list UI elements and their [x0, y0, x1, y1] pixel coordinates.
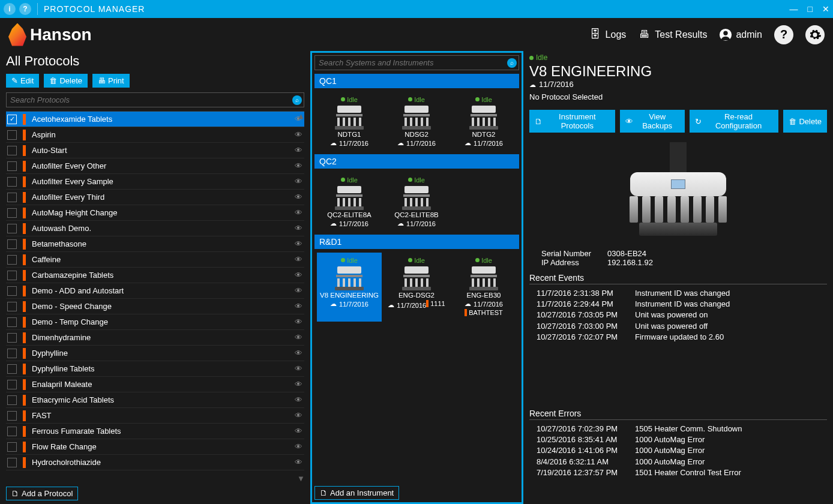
- info-icon[interactable]: i: [4, 3, 16, 15]
- delete-button[interactable]: 🗑 Delete: [44, 74, 88, 88]
- checkbox[interactable]: [7, 349, 17, 358]
- test-results-nav[interactable]: 🖶 Test Results: [638, 28, 707, 41]
- checkbox[interactable]: [7, 380, 17, 389]
- checkbox[interactable]: [7, 333, 17, 343]
- checkbox[interactable]: [7, 364, 17, 374]
- checkbox[interactable]: [7, 130, 17, 140]
- user-nav[interactable]: admin: [719, 28, 762, 41]
- checkbox[interactable]: [7, 442, 17, 452]
- protocol-row[interactable]: Dimenhydramine👁: [6, 330, 304, 346]
- protocol-row[interactable]: FAST👁: [6, 408, 304, 424]
- protocol-row[interactable]: Autowash Demo.👁: [6, 221, 304, 236]
- protocol-name: Caffeine: [32, 255, 293, 264]
- instrument-date: 11/7/2016: [465, 300, 503, 308]
- protocol-row[interactable]: AutoMag Height Change👁: [6, 205, 304, 221]
- protocol-row[interactable]: Enalapril Maleate👁: [6, 377, 304, 392]
- logs-nav[interactable]: 🗄 Logs: [589, 28, 627, 41]
- protocol-row[interactable]: Demo - Temp Change👁: [6, 314, 304, 330]
- instrument-name: ENG-EB30: [453, 292, 515, 299]
- scrollbar[interactable]: ▲▼: [297, 112, 304, 483]
- checkbox[interactable]: [7, 317, 17, 327]
- group-header[interactable]: QC2: [314, 154, 519, 169]
- maximize-icon[interactable]: □: [808, 4, 813, 14]
- protocol-row[interactable]: Caffeine👁: [6, 252, 304, 268]
- checkbox[interactable]: [7, 224, 17, 233]
- minimize-icon[interactable]: —: [790, 4, 798, 14]
- protocol-row[interactable]: Hydrocholrothiazide👁: [6, 455, 304, 470]
- protocol-row[interactable]: Dyphylline Tablets👁: [6, 361, 304, 377]
- group-header[interactable]: R&D1: [314, 235, 519, 249]
- checkbox[interactable]: [7, 458, 17, 467]
- instrument-name: ENG-DSG2: [385, 292, 448, 299]
- checkbox[interactable]: [7, 302, 17, 311]
- checkbox[interactable]: [7, 286, 17, 296]
- checkbox[interactable]: [7, 271, 17, 280]
- protocol-row[interactable]: Demo - Speed Change👁: [6, 299, 304, 314]
- protocol-name: Carbamazepine Tablets: [32, 271, 293, 280]
- protocol-row[interactable]: ✓Acetohexamide Tablets👁: [6, 112, 304, 127]
- add-instrument-button[interactable]: 🗋 Add an Instrument: [314, 486, 399, 500]
- help-icon[interactable]: ?: [19, 3, 31, 15]
- reread-config-button[interactable]: ↻ Re-read Configuration: [690, 110, 779, 133]
- instrument-card[interactable]: Idle NDTG1 11/7/2016: [317, 92, 382, 151]
- instrument-card[interactable]: Idle QC2-ELITE8A 11/7/2016: [317, 172, 382, 231]
- instrument-card[interactable]: Idle QC2-ELITE8B 11/7/2016: [384, 172, 449, 231]
- cloud-icon: [397, 139, 405, 147]
- protocol-color-bar: [23, 192, 26, 203]
- protocol-row[interactable]: Autofilter Every Third👁: [6, 190, 304, 205]
- settings-icon[interactable]: [805, 25, 825, 44]
- search-icon[interactable]: ⌕: [507, 58, 517, 68]
- protocol-row[interactable]: Flow Rate Change👁: [6, 439, 304, 455]
- protocol-color-bar: [23, 254, 26, 265]
- instrument-card[interactable]: Idle NDTG2 11/7/2016: [451, 92, 516, 151]
- protocol-row[interactable]: Ferrous Fumarate Tablets👁: [6, 424, 304, 439]
- checkbox[interactable]: [7, 146, 17, 155]
- search-icon[interactable]: ⌕: [292, 95, 302, 105]
- protocol-row[interactable]: Ethacrymic Acid Tablets👁: [6, 392, 304, 408]
- instrument-card[interactable]: Idle V8 ENGINEERING 11/7/2016: [317, 253, 382, 322]
- instrument-card[interactable]: Idle ENG-EB30 11/7/2016BATHTEST: [451, 253, 516, 322]
- instrument-date: 11/7/2016: [330, 220, 368, 227]
- user-label: admin: [736, 29, 762, 40]
- protocol-row[interactable]: Aspirin👁: [6, 127, 304, 143]
- checkbox[interactable]: ✓: [7, 115, 17, 124]
- instrument-protocols-button[interactable]: 🗋 Instrument Protocols: [529, 110, 615, 133]
- instrument-card[interactable]: Idle ENG-DSG2 11/7/20161111: [384, 253, 449, 322]
- protocol-color-bar: [23, 348, 26, 359]
- search-instruments-input[interactable]: [314, 55, 519, 70]
- add-protocol-button[interactable]: 🗋 Add a Protocol: [6, 487, 78, 500]
- protocol-row[interactable]: Demo - ADD and Autostart👁: [6, 283, 304, 299]
- close-icon[interactable]: ✕: [822, 4, 829, 14]
- checkbox[interactable]: [7, 255, 17, 265]
- protocol-name: Demo - Speed Change: [32, 302, 293, 311]
- view-backups-button[interactable]: 👁 View Backups: [620, 110, 685, 133]
- cloud-icon: [397, 220, 405, 227]
- checkbox[interactable]: [7, 411, 17, 421]
- header-help-icon[interactable]: ?: [774, 25, 793, 44]
- protocol-row[interactable]: Carbamazepine Tablets👁: [6, 268, 304, 283]
- checkbox[interactable]: [7, 161, 17, 171]
- checkbox[interactable]: [7, 395, 17, 405]
- serial-label: Serial Number: [541, 249, 597, 258]
- delete-instrument-button[interactable]: 🗑 Delete: [783, 110, 827, 133]
- print-button[interactable]: 🖶 Print: [92, 74, 130, 88]
- instrument-card[interactable]: Idle NDSG2 11/7/2016: [384, 92, 449, 151]
- protocol-row[interactable]: Betamethasone👁: [6, 236, 304, 252]
- group-header[interactable]: QC1: [314, 74, 519, 88]
- status-idle: Idle: [408, 176, 425, 184]
- protocol-row[interactable]: Dyphylline👁: [6, 346, 304, 361]
- edit-button[interactable]: ✎ Edit: [6, 74, 39, 88]
- protocol-row[interactable]: Autofilter Every Other👁: [6, 158, 304, 174]
- checkbox[interactable]: [7, 193, 17, 202]
- protocol-color-bar: [23, 301, 26, 312]
- protocol-row[interactable]: Autofilter Every Sample👁: [6, 174, 304, 190]
- checkbox[interactable]: [7, 177, 17, 187]
- protocol-color-bar: [23, 442, 26, 452]
- protocol-row[interactable]: Auto-Start👁: [6, 143, 304, 158]
- protocol-color-bar: [23, 223, 26, 234]
- checkbox[interactable]: [7, 239, 17, 249]
- checkbox[interactable]: [7, 208, 17, 218]
- search-protocols-input[interactable]: [6, 92, 304, 107]
- checkbox[interactable]: [7, 427, 17, 436]
- instrument-icon: [402, 106, 431, 130]
